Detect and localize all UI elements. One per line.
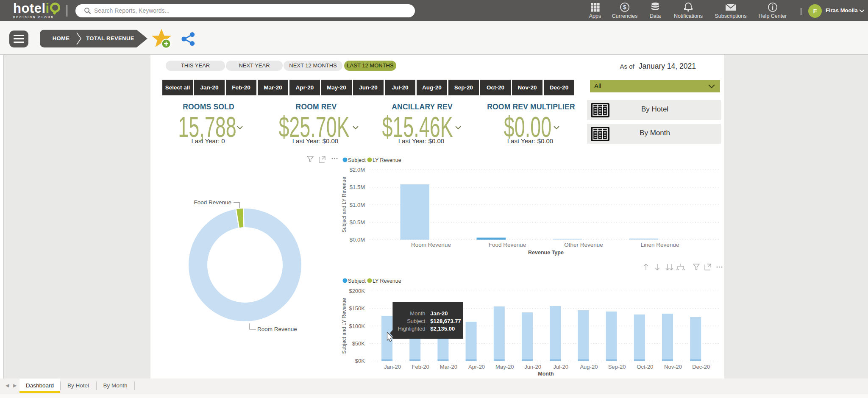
svg-text:$0.0M: $0.0M bbox=[350, 237, 365, 243]
svg-text:May-20: May-20 bbox=[495, 364, 514, 370]
svg-text:Nov-20: Nov-20 bbox=[664, 364, 682, 370]
svg-text:Month: Month bbox=[538, 371, 554, 377]
svg-text:Room Revenue: Room Revenue bbox=[411, 242, 451, 248]
svg-text:LY Revenue: LY Revenue bbox=[373, 157, 401, 163]
svg-text:Month: Month bbox=[410, 310, 425, 317]
svg-text:Revenue Type: Revenue Type bbox=[528, 250, 564, 256]
svg-text:Jan-20: Jan-20 bbox=[384, 364, 401, 370]
svg-text:Subject: Subject bbox=[348, 157, 366, 163]
svg-text:$0.5M: $0.5M bbox=[350, 219, 365, 225]
svg-text:Apr-20: Apr-20 bbox=[468, 364, 485, 370]
svg-text:Jun-20: Jun-20 bbox=[524, 364, 541, 370]
svg-text:$200K: $200K bbox=[349, 288, 365, 294]
svg-text:Subject and LY Revenue: Subject and LY Revenue bbox=[341, 177, 347, 233]
svg-text:Mar-20: Mar-20 bbox=[440, 364, 457, 370]
svg-text:$2.0M: $2.0M bbox=[350, 167, 365, 173]
svg-text:$0K: $0K bbox=[355, 358, 365, 364]
svg-text:Subject: Subject bbox=[348, 278, 366, 284]
svg-text:$1.5M: $1.5M bbox=[350, 184, 365, 190]
svg-text:Sep-20: Sep-20 bbox=[608, 364, 626, 370]
svg-text:$128,673.77: $128,673.77 bbox=[430, 318, 461, 324]
svg-text:Food Revenue: Food Revenue bbox=[489, 242, 526, 248]
svg-text:$: $ bbox=[623, 4, 626, 11]
svg-text:$1.0M: $1.0M bbox=[350, 202, 365, 208]
svg-text:$2,135.00: $2,135.00 bbox=[430, 326, 455, 332]
svg-text:$50K: $50K bbox=[352, 340, 365, 347]
svg-text:Oct-20: Oct-20 bbox=[637, 364, 653, 370]
svg-text:LY Revenue: LY Revenue bbox=[373, 278, 401, 284]
svg-text:$100K: $100K bbox=[349, 323, 365, 329]
svg-text:Dec-20: Dec-20 bbox=[692, 364, 710, 370]
svg-text:Food Revenue: Food Revenue bbox=[194, 199, 231, 206]
svg-text:Other Revenue: Other Revenue bbox=[564, 242, 603, 248]
svg-text:Jan-20: Jan-20 bbox=[430, 310, 448, 317]
svg-text:Subject and LY Revenue: Subject and LY Revenue bbox=[341, 298, 347, 354]
svg-text:Jul-20: Jul-20 bbox=[553, 364, 568, 370]
svg-text:Aug-20: Aug-20 bbox=[580, 364, 598, 370]
svg-text:Linen Revenue: Linen Revenue bbox=[641, 242, 679, 248]
svg-text:Room Revenue: Room Revenue bbox=[257, 326, 297, 332]
svg-text:$150K: $150K bbox=[349, 305, 365, 312]
svg-text:Feb-20: Feb-20 bbox=[412, 364, 429, 370]
svg-text:Highlighted: Highlighted bbox=[398, 326, 425, 332]
svg-text:Subject: Subject bbox=[407, 318, 426, 324]
